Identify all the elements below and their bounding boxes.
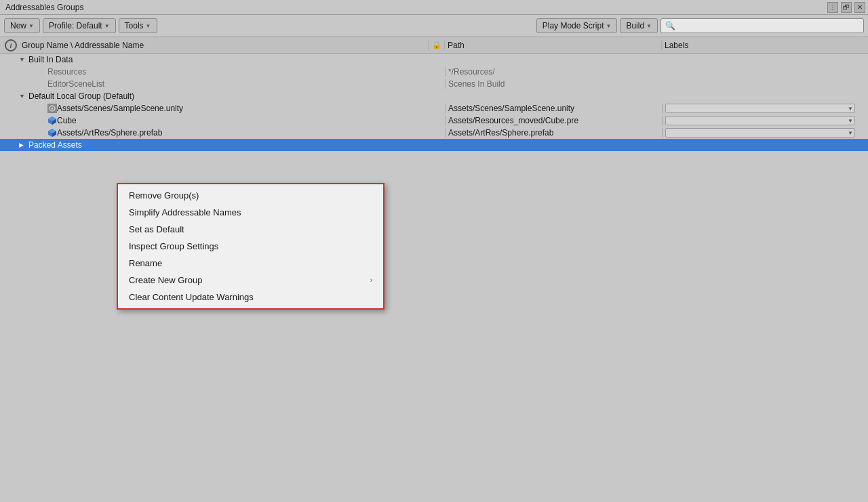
- restore-button[interactable]: 🗗: [841, 2, 852, 13]
- create-new-group-label: Create New Group: [129, 275, 202, 285]
- inspect-settings-label: Inspect Group Settings: [129, 241, 218, 251]
- context-menu-clear-warnings[interactable]: Clear Content Update Warnings: [118, 289, 383, 306]
- new-dropdown-arrow: ▼: [28, 23, 34, 29]
- tools-button[interactable]: Tools ▼: [119, 18, 157, 33]
- submenu-arrow-icon: ›: [370, 276, 372, 284]
- context-menu-remove-groups[interactable]: Remove Group(s): [118, 187, 383, 204]
- play-mode-button[interactable]: Play Mode Script ▼: [536, 18, 618, 33]
- build-dropdown-arrow: ▼: [646, 23, 652, 29]
- more-button[interactable]: ⋮: [827, 2, 838, 13]
- build-label: Build: [626, 21, 644, 30]
- search-icon: 🔍: [665, 21, 675, 30]
- title-bar: Addressables Groups ⋮ 🗗 ✕: [0, 0, 868, 15]
- context-menu-simplify-names[interactable]: Simplify Addressable Names: [118, 204, 383, 221]
- main-content: i Group Name \ Addressable Name 🔒 Path L…: [0, 37, 868, 502]
- simplify-names-label: Simplify Addressable Names: [129, 207, 241, 217]
- tools-label: Tools: [125, 21, 144, 30]
- close-button[interactable]: ✕: [854, 2, 865, 13]
- context-menu-inspect-settings[interactable]: Inspect Group Settings: [118, 238, 383, 255]
- play-mode-dropdown-arrow: ▼: [606, 23, 611, 29]
- profile-label: Profile: Default: [49, 21, 102, 30]
- new-button[interactable]: New ▼: [4, 18, 40, 33]
- play-mode-label: Play Mode Script: [542, 21, 604, 30]
- remove-groups-label: Remove Group(s): [129, 190, 199, 201]
- context-menu-overlay[interactable]: Remove Group(s) Simplify Addressable Nam…: [0, 37, 868, 502]
- window-controls: ⋮ 🗗 ✕: [827, 2, 865, 13]
- toolbar: New ▼ Profile: Default ▼ Tools ▼ Play Mo…: [0, 15, 868, 37]
- context-menu-set-default[interactable]: Set as Default: [118, 221, 383, 238]
- clear-warnings-label: Clear Content Update Warnings: [129, 292, 254, 302]
- context-menu-rename[interactable]: Rename: [118, 255, 383, 272]
- set-default-label: Set as Default: [129, 224, 184, 234]
- window-title: Addressables Groups: [5, 3, 83, 12]
- new-label: New: [10, 21, 26, 30]
- build-button[interactable]: Build ▼: [620, 18, 658, 33]
- tools-dropdown-arrow: ▼: [146, 23, 151, 29]
- context-menu: Remove Group(s) Simplify Addressable Nam…: [117, 183, 384, 310]
- context-menu-create-new-group[interactable]: Create New Group ›: [118, 272, 383, 289]
- profile-dropdown-arrow: ▼: [104, 23, 110, 29]
- search-box[interactable]: 🔍: [660, 18, 864, 33]
- rename-label: Rename: [129, 258, 162, 268]
- profile-button[interactable]: Profile: Default ▼: [43, 18, 116, 33]
